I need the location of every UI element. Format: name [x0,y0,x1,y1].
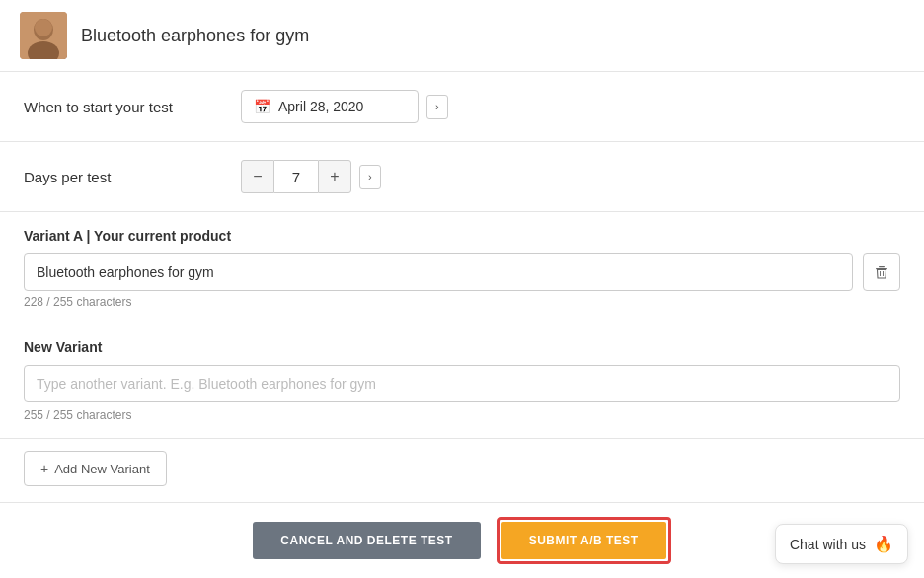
avatar-image [20,12,67,59]
add-variant-label: Add New Variant [54,462,150,476]
add-variant-button[interactable]: + Add New Variant [24,451,167,486]
variant-a-section: Variant A | Your current product 228 / 2… [0,212,924,325]
stepper-plus-button[interactable]: + [318,160,351,193]
date-picker[interactable]: 📅 April 28, 2020 [241,90,419,123]
variant-a-char-count: 228 / 255 characters [24,295,900,309]
days-stepper: − 7 + [241,160,351,193]
stepper-minus-button[interactable]: − [241,160,274,193]
trash-icon [874,264,889,280]
submit-ab-test-button[interactable]: SUBMIT A/B TEST [501,522,666,559]
header-title: Bluetooth earphones for gym [81,26,309,46]
chat-widget[interactable]: Chat with us 🔥 [775,524,908,564]
variant-a-input-row [24,253,900,291]
svg-rect-5 [879,266,885,267]
avatar [20,12,67,59]
variant-a-label: Variant A | Your current product [24,228,900,244]
new-variant-input[interactable] [24,365,900,402]
calendar-icon: 📅 [254,99,270,114]
days-arrow-button[interactable]: › [359,165,381,189]
chat-icon: 🔥 [874,535,893,553]
date-value: April 28, 2020 [278,99,363,114]
days-per-test-label: Days per test [24,169,241,185]
variant-a-input[interactable] [24,253,853,291]
add-variant-section: + Add New Variant [0,439,924,502]
submit-btn-wrapper: SUBMIT A/B TEST [497,517,671,564]
stepper-value: 7 [274,160,318,193]
cancel-delete-button[interactable]: CANCEL AND DELETE TEST [253,522,480,559]
new-variant-section: New Variant 255 / 255 characters [0,325,924,439]
new-variant-label: New Variant [24,339,900,355]
start-test-row: When to start your test 📅 April 28, 2020… [0,72,924,142]
days-per-test-row: Days per test − 7 + › [0,142,924,212]
start-test-label: When to start your test [24,99,241,115]
add-plus-icon: + [40,461,48,476]
new-variant-char-count: 255 / 255 characters [24,408,900,422]
variant-a-delete-button[interactable] [863,253,900,291]
page-container: Bluetooth earphones for gym When to star… [0,0,924,578]
header-row: Bluetooth earphones for gym [0,0,924,72]
chat-label: Chat with us [790,537,866,552]
svg-point-3 [35,19,52,36]
date-arrow-button[interactable]: › [426,95,448,119]
